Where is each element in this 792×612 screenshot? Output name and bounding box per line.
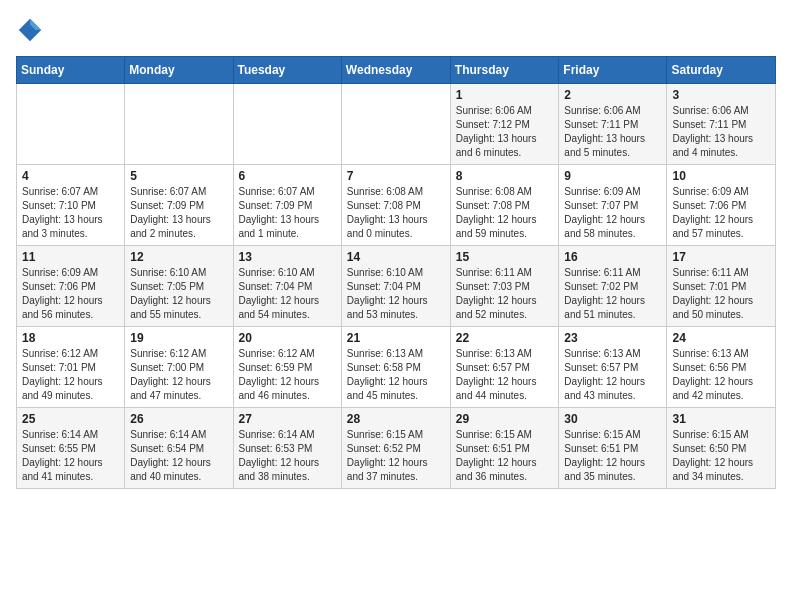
day-info: Sunrise: 6:07 AM Sunset: 7:09 PM Dayligh… [130,185,227,241]
day-number: 11 [22,250,119,264]
day-number: 19 [130,331,227,345]
calendar-cell [125,84,233,165]
day-number: 23 [564,331,661,345]
day-number: 3 [672,88,770,102]
calendar-cell: 23Sunrise: 6:13 AM Sunset: 6:57 PM Dayli… [559,327,667,408]
day-number: 16 [564,250,661,264]
day-number: 28 [347,412,445,426]
calendar-cell: 28Sunrise: 6:15 AM Sunset: 6:52 PM Dayli… [341,408,450,489]
day-info: Sunrise: 6:08 AM Sunset: 7:08 PM Dayligh… [347,185,445,241]
header-day-thursday: Thursday [450,57,559,84]
calendar-cell [233,84,341,165]
day-number: 20 [239,331,336,345]
calendar-cell: 9Sunrise: 6:09 AM Sunset: 7:07 PM Daylig… [559,165,667,246]
calendar-cell: 17Sunrise: 6:11 AM Sunset: 7:01 PM Dayli… [667,246,776,327]
day-info: Sunrise: 6:12 AM Sunset: 6:59 PM Dayligh… [239,347,336,403]
calendar-cell: 30Sunrise: 6:15 AM Sunset: 6:51 PM Dayli… [559,408,667,489]
calendar-cell: 20Sunrise: 6:12 AM Sunset: 6:59 PM Dayli… [233,327,341,408]
day-info: Sunrise: 6:10 AM Sunset: 7:04 PM Dayligh… [347,266,445,322]
day-info: Sunrise: 6:13 AM Sunset: 6:57 PM Dayligh… [564,347,661,403]
page-header [16,16,776,44]
day-info: Sunrise: 6:06 AM Sunset: 7:11 PM Dayligh… [672,104,770,160]
day-number: 12 [130,250,227,264]
calendar-cell: 2Sunrise: 6:06 AM Sunset: 7:11 PM Daylig… [559,84,667,165]
header-day-saturday: Saturday [667,57,776,84]
day-info: Sunrise: 6:09 AM Sunset: 7:07 PM Dayligh… [564,185,661,241]
calendar-week-3: 11Sunrise: 6:09 AM Sunset: 7:06 PM Dayli… [17,246,776,327]
calendar-cell: 22Sunrise: 6:13 AM Sunset: 6:57 PM Dayli… [450,327,559,408]
day-info: Sunrise: 6:13 AM Sunset: 6:57 PM Dayligh… [456,347,554,403]
day-number: 18 [22,331,119,345]
calendar-cell: 27Sunrise: 6:14 AM Sunset: 6:53 PM Dayli… [233,408,341,489]
day-number: 8 [456,169,554,183]
day-number: 27 [239,412,336,426]
header-day-friday: Friday [559,57,667,84]
logo-icon [16,16,44,44]
day-info: Sunrise: 6:08 AM Sunset: 7:08 PM Dayligh… [456,185,554,241]
day-number: 14 [347,250,445,264]
day-info: Sunrise: 6:09 AM Sunset: 7:06 PM Dayligh… [22,266,119,322]
day-number: 25 [22,412,119,426]
day-number: 6 [239,169,336,183]
calendar-cell: 1Sunrise: 6:06 AM Sunset: 7:12 PM Daylig… [450,84,559,165]
calendar-cell: 10Sunrise: 6:09 AM Sunset: 7:06 PM Dayli… [667,165,776,246]
day-info: Sunrise: 6:13 AM Sunset: 6:58 PM Dayligh… [347,347,445,403]
calendar-cell: 25Sunrise: 6:14 AM Sunset: 6:55 PM Dayli… [17,408,125,489]
header-day-sunday: Sunday [17,57,125,84]
day-number: 21 [347,331,445,345]
calendar-cell [17,84,125,165]
calendar-cell: 12Sunrise: 6:10 AM Sunset: 7:05 PM Dayli… [125,246,233,327]
calendar-cell [341,84,450,165]
calendar-cell: 26Sunrise: 6:14 AM Sunset: 6:54 PM Dayli… [125,408,233,489]
day-info: Sunrise: 6:14 AM Sunset: 6:55 PM Dayligh… [22,428,119,484]
calendar-cell: 29Sunrise: 6:15 AM Sunset: 6:51 PM Dayli… [450,408,559,489]
day-number: 13 [239,250,336,264]
calendar-cell: 13Sunrise: 6:10 AM Sunset: 7:04 PM Dayli… [233,246,341,327]
day-number: 7 [347,169,445,183]
day-number: 31 [672,412,770,426]
calendar-cell: 19Sunrise: 6:12 AM Sunset: 7:00 PM Dayli… [125,327,233,408]
day-info: Sunrise: 6:11 AM Sunset: 7:03 PM Dayligh… [456,266,554,322]
day-info: Sunrise: 6:10 AM Sunset: 7:04 PM Dayligh… [239,266,336,322]
day-info: Sunrise: 6:13 AM Sunset: 6:56 PM Dayligh… [672,347,770,403]
calendar-cell: 14Sunrise: 6:10 AM Sunset: 7:04 PM Dayli… [341,246,450,327]
calendar-week-5: 25Sunrise: 6:14 AM Sunset: 6:55 PM Dayli… [17,408,776,489]
calendar-week-4: 18Sunrise: 6:12 AM Sunset: 7:01 PM Dayli… [17,327,776,408]
day-number: 2 [564,88,661,102]
calendar-cell: 31Sunrise: 6:15 AM Sunset: 6:50 PM Dayli… [667,408,776,489]
calendar-cell: 21Sunrise: 6:13 AM Sunset: 6:58 PM Dayli… [341,327,450,408]
day-number: 10 [672,169,770,183]
day-info: Sunrise: 6:07 AM Sunset: 7:10 PM Dayligh… [22,185,119,241]
day-info: Sunrise: 6:15 AM Sunset: 6:51 PM Dayligh… [564,428,661,484]
day-info: Sunrise: 6:14 AM Sunset: 6:53 PM Dayligh… [239,428,336,484]
day-info: Sunrise: 6:14 AM Sunset: 6:54 PM Dayligh… [130,428,227,484]
calendar-cell: 5Sunrise: 6:07 AM Sunset: 7:09 PM Daylig… [125,165,233,246]
calendar-table: SundayMondayTuesdayWednesdayThursdayFrid… [16,56,776,489]
calendar-cell: 16Sunrise: 6:11 AM Sunset: 7:02 PM Dayli… [559,246,667,327]
calendar-week-2: 4Sunrise: 6:07 AM Sunset: 7:10 PM Daylig… [17,165,776,246]
day-info: Sunrise: 6:15 AM Sunset: 6:50 PM Dayligh… [672,428,770,484]
logo [16,16,48,44]
day-number: 30 [564,412,661,426]
calendar-cell: 7Sunrise: 6:08 AM Sunset: 7:08 PM Daylig… [341,165,450,246]
calendar-cell: 15Sunrise: 6:11 AM Sunset: 7:03 PM Dayli… [450,246,559,327]
day-number: 5 [130,169,227,183]
calendar-body: 1Sunrise: 6:06 AM Sunset: 7:12 PM Daylig… [17,84,776,489]
header-day-wednesday: Wednesday [341,57,450,84]
day-info: Sunrise: 6:12 AM Sunset: 7:01 PM Dayligh… [22,347,119,403]
day-number: 15 [456,250,554,264]
header-row: SundayMondayTuesdayWednesdayThursdayFrid… [17,57,776,84]
day-info: Sunrise: 6:12 AM Sunset: 7:00 PM Dayligh… [130,347,227,403]
day-number: 22 [456,331,554,345]
day-info: Sunrise: 6:15 AM Sunset: 6:51 PM Dayligh… [456,428,554,484]
day-number: 24 [672,331,770,345]
calendar-cell: 8Sunrise: 6:08 AM Sunset: 7:08 PM Daylig… [450,165,559,246]
day-info: Sunrise: 6:15 AM Sunset: 6:52 PM Dayligh… [347,428,445,484]
day-number: 1 [456,88,554,102]
day-info: Sunrise: 6:06 AM Sunset: 7:12 PM Dayligh… [456,104,554,160]
calendar-cell: 18Sunrise: 6:12 AM Sunset: 7:01 PM Dayli… [17,327,125,408]
calendar-cell: 6Sunrise: 6:07 AM Sunset: 7:09 PM Daylig… [233,165,341,246]
calendar-cell: 11Sunrise: 6:09 AM Sunset: 7:06 PM Dayli… [17,246,125,327]
calendar-cell: 3Sunrise: 6:06 AM Sunset: 7:11 PM Daylig… [667,84,776,165]
day-number: 4 [22,169,119,183]
